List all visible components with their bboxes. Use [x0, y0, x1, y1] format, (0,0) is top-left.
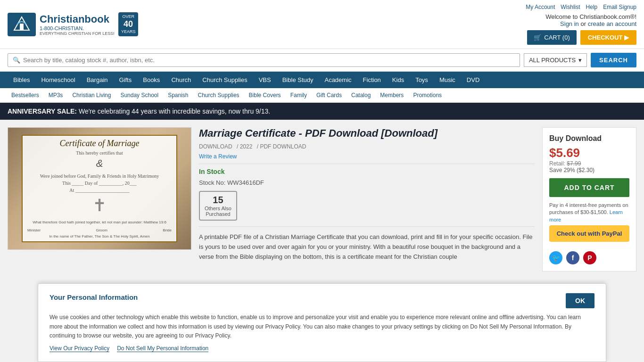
cert-title: Certificate of Marriage [60, 139, 140, 148]
social-icons: 🐦 f P [549, 251, 629, 264]
nav-books[interactable]: Books [137, 72, 165, 88]
sub-nav: Bestsellers MP3s Christian Living Sunday… [0, 88, 644, 103]
nav-bibles[interactable]: Bibles [8, 72, 35, 88]
cert-signatures: Minister Groom Bride [27, 228, 172, 232]
cert-sig-far: Bride [163, 228, 172, 232]
nav-academic[interactable]: Academic [319, 72, 357, 88]
cart-label: CART (0) [544, 34, 570, 41]
buy-column: Buy Download $5.69 Retail: $7.99 Save 29… [542, 127, 636, 272]
product-image: Certificate of Marriage This hereby cert… [8, 127, 191, 250]
cert-footer: In the name of The Father, The Son & The… [49, 234, 149, 239]
twitter-share-icon[interactable]: 🐦 [549, 251, 562, 264]
buy-title: Buy Download [549, 134, 629, 143]
pinterest-share-icon[interactable]: P [583, 251, 596, 264]
retail-price: Retail: $7.99 [549, 160, 629, 167]
subnav-bestsellers[interactable]: Bestsellers [8, 91, 43, 99]
cert-sig-left: Minister [27, 228, 41, 232]
subnav-sunday-school[interactable]: Sunday School [116, 91, 162, 99]
others-count: 15 [205, 195, 231, 206]
logo-area: Christianbook 1-800-CHRISTIAN. EVERYTHIN… [8, 12, 138, 36]
cert-background: Certificate of Marriage This hereby cert… [8, 128, 191, 249]
nav-gifts[interactable]: Gifts [114, 72, 138, 88]
subnav-christian-living[interactable]: Christian Living [68, 91, 115, 99]
subnav-family[interactable]: Family [287, 91, 311, 99]
product-description: A printable PDF file of a Christian Marr… [199, 232, 535, 262]
subnav-members[interactable]: Members [376, 91, 407, 99]
stock-no-value: WW34616DF [227, 179, 264, 186]
welcome-text: Welcome to Christianbook.com®! Sign in o… [526, 13, 636, 27]
create-account-link[interactable]: create an account [588, 20, 636, 27]
nav-kids[interactable]: Kids [387, 72, 410, 88]
retail-price-value: $7.99 [567, 160, 581, 167]
product-year: 2022 [240, 143, 253, 150]
nav-bargain[interactable]: Bargain [81, 72, 114, 88]
cert-at: At _______________________ [69, 188, 130, 193]
cert-date-line: This _____ Day of __________, 20___ [62, 181, 137, 186]
subnav-gift-cards[interactable]: Gift Cards [313, 91, 346, 99]
cart-icon: 🛒 [534, 34, 541, 41]
product-title: Marriage Certificate - PDF Download [Dow… [199, 127, 535, 140]
nav-dvd[interactable]: DVD [461, 72, 485, 88]
product-type: DOWNLOAD [199, 143, 232, 150]
add-to-cart-button[interactable]: ADD TO CART [549, 178, 629, 197]
help-link[interactable]: Help [586, 4, 598, 10]
search-bar: 🔍 ALL PRODUCTS ▾ SEARCH [0, 49, 644, 72]
header-right: My Account Wishlist Help Email Signup We… [526, 4, 636, 45]
nav-music[interactable]: Music [434, 72, 461, 88]
cert-verse: What therefore God hath joined together,… [33, 220, 166, 224]
cert-subtitle: This hereby certifies that [76, 150, 123, 156]
nav-fiction[interactable]: Fiction [357, 72, 387, 88]
search-dropdown[interactable]: ALL PRODUCTS ▾ [524, 53, 587, 67]
nav-toys[interactable]: Toys [410, 72, 434, 88]
my-account-link[interactable]: My Account [526, 4, 555, 10]
wishlist-link[interactable]: Wishlist [561, 4, 580, 10]
paypal-checkout-button[interactable]: Check out with PayPal [549, 225, 629, 242]
email-signup-link[interactable]: Email Signup [603, 4, 636, 10]
cert-cross: ✝ [92, 196, 107, 215]
subnav-bible-covers[interactable]: Bible Covers [245, 91, 285, 99]
product-details: Marriage Certificate - PDF Download [Dow… [191, 127, 542, 272]
nav-church[interactable]: Church [165, 72, 197, 88]
nav-church-supplies[interactable]: Church Supplies [197, 72, 253, 88]
paypal-info: Pay in 4 interest-free payments on purch… [549, 202, 629, 223]
write-review-link[interactable]: Write a Review [199, 153, 237, 160]
save-text: Save 29% ($2.30) [549, 167, 629, 173]
logo-badge: OVER 40 YEARS [118, 12, 139, 36]
nav-vbs[interactable]: VBS [253, 72, 277, 88]
signin-link[interactable]: Sign in [560, 20, 579, 27]
subnav-spanish[interactable]: Spanish [164, 91, 192, 99]
nav-homeschool[interactable]: Homeschool [35, 72, 81, 88]
cert-content: Certificate of Marriage This hereby cert… [22, 135, 177, 242]
logo-badge-top: OVER [121, 14, 136, 19]
subnav-church-supplies[interactable]: Church Supplies [194, 91, 243, 99]
logo-name: Christianbook [40, 13, 115, 25]
stock-number: Stock No: WW34616DF [199, 179, 535, 186]
cart-button[interactable]: 🛒 CART (0) [527, 30, 576, 45]
facebook-share-icon[interactable]: f [566, 251, 579, 264]
banner-bold: ANNIVERSARY SALE: [8, 107, 77, 115]
nav-bible-study[interactable]: Bible Study [277, 72, 319, 88]
subnav-promotions[interactable]: Promotions [409, 91, 446, 99]
chevron-down-icon: ▾ [578, 57, 582, 64]
main-nav: Bibles Homeschool Bargain Gifts Books Ch… [0, 72, 644, 88]
svg-rect-1 [20, 24, 24, 30]
sale-banner: ANNIVERSARY SALE: We're celebrating 44 y… [0, 103, 644, 120]
header: Christianbook 1-800-CHRISTIAN. EVERYTHIN… [0, 0, 644, 49]
others-label: Others AlsoPurchased [205, 206, 231, 217]
search-button[interactable]: SEARCH [591, 53, 636, 67]
subnav-catalog[interactable]: Catalog [347, 91, 374, 99]
others-purchased-badge[interactable]: 15 Others AlsoPurchased [199, 191, 237, 221]
product-image-col: Certificate of Marriage This hereby cert… [8, 127, 191, 272]
header-links: My Account Wishlist Help Email Signup [526, 4, 636, 10]
checkout-button[interactable]: CHECKOUT ▶ [580, 30, 636, 45]
subnav-mp3s[interactable]: MP3s [45, 91, 67, 99]
stock-status: In Stock [199, 168, 535, 175]
search-dropdown-label: ALL PRODUCTS [529, 57, 576, 64]
logo-badge-bottom: YEARS [121, 29, 136, 34]
search-input[interactable] [23, 57, 515, 64]
product-format: PDF DOWNLOAD [260, 143, 306, 150]
cert-joined: Were joined before God, Family & Friends… [40, 173, 159, 179]
banner-text: We're celebrating 44 years with incredib… [79, 107, 270, 115]
product-meta: DOWNLOAD / 2022 / PDF DOWNLOAD [199, 143, 535, 150]
cert-sig-right: Groom [96, 228, 107, 232]
